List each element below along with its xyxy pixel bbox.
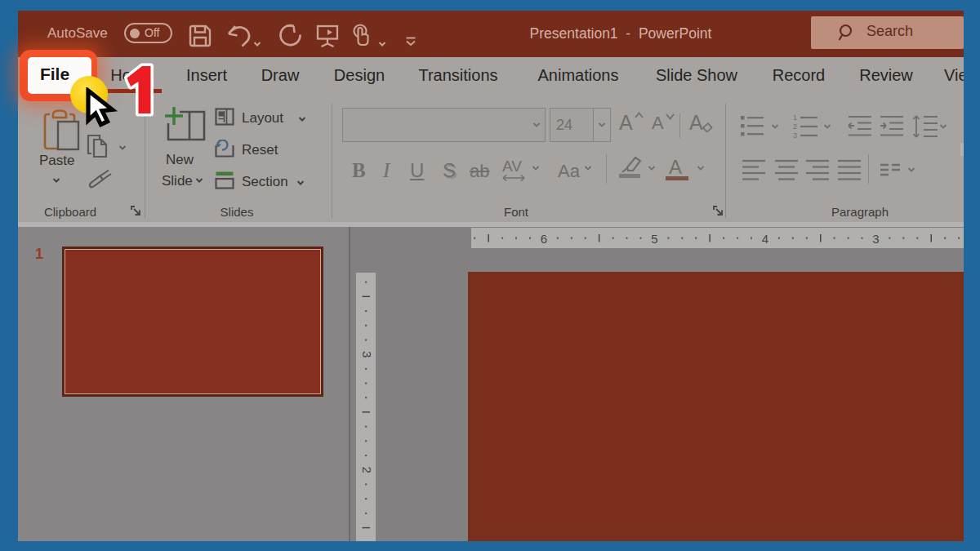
svg-text:5: 5 <box>651 232 657 246</box>
svg-text:3: 3 <box>793 131 797 140</box>
svg-text:2: 2 <box>793 122 797 131</box>
svg-text:6: 6 <box>541 232 547 246</box>
svg-text:1: 1 <box>793 113 797 122</box>
svg-text:3: 3 <box>872 232 879 246</box>
svg-text:2: 2 <box>360 467 374 473</box>
svg-text:4: 4 <box>762 232 768 246</box>
svg-text:3: 3 <box>360 351 374 358</box>
